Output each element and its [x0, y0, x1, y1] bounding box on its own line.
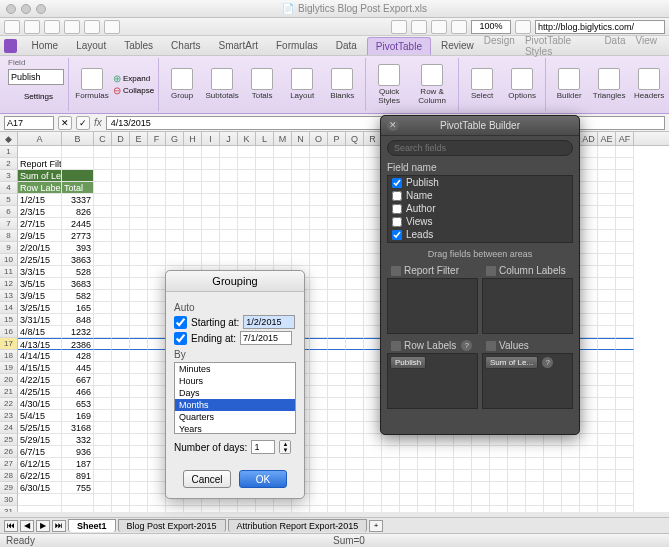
- cell[interactable]: [130, 446, 148, 458]
- cell[interactable]: Sum of Leads: [18, 170, 62, 182]
- cell[interactable]: [364, 506, 382, 512]
- field-checkbox[interactable]: [392, 178, 402, 188]
- cell[interactable]: [202, 170, 220, 182]
- cell[interactable]: [310, 482, 328, 494]
- cell[interactable]: [256, 254, 274, 266]
- cell[interactable]: [310, 158, 328, 170]
- cell[interactable]: 2/20/15: [18, 242, 62, 254]
- cell[interactable]: [598, 398, 616, 410]
- cell[interactable]: [598, 434, 616, 446]
- quick-styles-button[interactable]: Quick Styles: [370, 64, 408, 106]
- cell[interactable]: [580, 206, 598, 218]
- col-header[interactable]: F: [148, 132, 166, 145]
- cell[interactable]: [436, 434, 454, 446]
- redo-icon[interactable]: [44, 20, 60, 34]
- cell[interactable]: [400, 506, 418, 512]
- field-list[interactable]: PublishNameAuthorViewsLeads: [387, 175, 573, 243]
- cell[interactable]: [346, 326, 364, 338]
- expand-button[interactable]: ⊕Expand: [113, 73, 154, 84]
- cell[interactable]: [112, 482, 130, 494]
- cell[interactable]: [328, 206, 346, 218]
- cell[interactable]: [400, 482, 418, 494]
- row-header[interactable]: 26: [0, 446, 18, 458]
- cell[interactable]: [508, 470, 526, 482]
- cell[interactable]: [346, 170, 364, 182]
- help-icon[interactable]: ?: [542, 357, 553, 368]
- cell[interactable]: 445: [62, 362, 94, 374]
- row-header[interactable]: 21: [0, 386, 18, 398]
- cell[interactable]: [400, 458, 418, 470]
- cell[interactable]: [616, 290, 634, 302]
- cell[interactable]: [112, 362, 130, 374]
- tab-home[interactable]: Home: [23, 37, 66, 54]
- tab-charts[interactable]: Charts: [163, 37, 208, 54]
- cell[interactable]: 3/5/15: [18, 278, 62, 290]
- cell[interactable]: [112, 506, 130, 512]
- field-item[interactable]: Author: [388, 202, 572, 215]
- cell[interactable]: [616, 422, 634, 434]
- cell[interactable]: [598, 362, 616, 374]
- by-option[interactable]: Months: [175, 399, 295, 411]
- tab-layout[interactable]: Layout: [68, 37, 114, 54]
- cell[interactable]: [454, 470, 472, 482]
- cell[interactable]: 2/7/15: [18, 218, 62, 230]
- cell[interactable]: [220, 254, 238, 266]
- cell[interactable]: [62, 158, 94, 170]
- field-checkbox[interactable]: [392, 217, 402, 227]
- zoom-window-icon[interactable]: [36, 4, 46, 14]
- cell[interactable]: 4/8/15: [18, 326, 62, 338]
- cell[interactable]: [130, 410, 148, 422]
- cell[interactable]: [616, 266, 634, 278]
- cell[interactable]: [292, 146, 310, 158]
- cell[interactable]: [562, 458, 580, 470]
- add-sheet-icon[interactable]: +: [369, 520, 383, 532]
- row-header[interactable]: 14: [0, 302, 18, 314]
- cell[interactable]: [328, 434, 346, 446]
- cell[interactable]: [598, 410, 616, 422]
- cell[interactable]: [310, 266, 328, 278]
- cell[interactable]: 528: [62, 266, 94, 278]
- cell[interactable]: 4/14/15: [18, 350, 62, 362]
- cell[interactable]: [580, 350, 598, 362]
- cell[interactable]: [184, 230, 202, 242]
- cell[interactable]: [616, 278, 634, 290]
- cell[interactable]: [274, 206, 292, 218]
- cell[interactable]: [472, 470, 490, 482]
- cell[interactable]: [184, 506, 202, 512]
- cell[interactable]: 3337: [62, 194, 94, 206]
- cell[interactable]: [508, 494, 526, 506]
- cell[interactable]: [238, 254, 256, 266]
- row-header[interactable]: 5: [0, 194, 18, 206]
- cell[interactable]: [328, 374, 346, 386]
- cell[interactable]: [328, 218, 346, 230]
- cell[interactable]: [148, 362, 166, 374]
- cell[interactable]: [238, 182, 256, 194]
- settings-icon[interactable]: [8, 89, 22, 103]
- cell[interactable]: [472, 482, 490, 494]
- cell[interactable]: [166, 182, 184, 194]
- cell[interactable]: [418, 446, 436, 458]
- row-header[interactable]: 13: [0, 290, 18, 302]
- cell[interactable]: [580, 338, 598, 350]
- cell[interactable]: 3683: [62, 278, 94, 290]
- cell[interactable]: [184, 170, 202, 182]
- cell[interactable]: [130, 314, 148, 326]
- builder-button[interactable]: Builder: [550, 68, 588, 101]
- cell[interactable]: [328, 314, 346, 326]
- cell[interactable]: [310, 434, 328, 446]
- row-header[interactable]: 9: [0, 242, 18, 254]
- cell[interactable]: [616, 506, 634, 512]
- cell[interactable]: [382, 506, 400, 512]
- row-header[interactable]: 12: [0, 278, 18, 290]
- cell[interactable]: 1232: [62, 326, 94, 338]
- cell[interactable]: [238, 218, 256, 230]
- cell[interactable]: [148, 266, 166, 278]
- cell[interactable]: [490, 446, 508, 458]
- cell[interactable]: [598, 254, 616, 266]
- cell[interactable]: [580, 314, 598, 326]
- cell[interactable]: [148, 182, 166, 194]
- fx-label[interactable]: fx: [94, 117, 102, 128]
- cell[interactable]: [256, 158, 274, 170]
- cell[interactable]: [616, 350, 634, 362]
- cell[interactable]: [382, 470, 400, 482]
